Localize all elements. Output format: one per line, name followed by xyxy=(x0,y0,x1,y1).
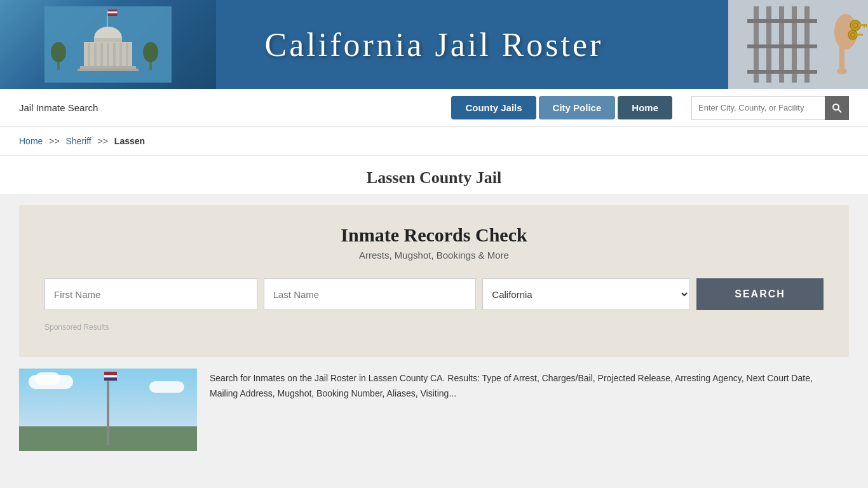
svg-rect-10 xyxy=(107,43,109,67)
svg-rect-26 xyxy=(747,19,817,23)
page-title-section: Lassen County Jail xyxy=(0,156,868,194)
svg-rect-12 xyxy=(119,43,122,67)
search-form-row: California Alabama Alaska Arizona Arkans… xyxy=(44,278,824,310)
svg-rect-14 xyxy=(80,66,136,69)
svg-rect-35 xyxy=(864,24,865,28)
breadcrumb-sheriff[interactable]: Sheriff xyxy=(66,136,92,146)
svg-rect-28 xyxy=(747,70,817,74)
breadcrumb-sep1: >> xyxy=(49,136,59,146)
navbar-brand: Jail Inmate Search xyxy=(19,102,438,113)
first-name-input[interactable] xyxy=(44,278,257,310)
breadcrumb-home[interactable]: Home xyxy=(19,136,43,146)
pole xyxy=(107,381,109,445)
header-title: California Jail Roster xyxy=(265,26,604,64)
header-right-image xyxy=(728,0,868,89)
county-jails-button[interactable]: County Jails xyxy=(451,96,536,119)
search-button[interactable]: SEARCH xyxy=(696,278,824,310)
svg-rect-3 xyxy=(108,11,118,13)
inmate-search-subtitle: Arrests, Mugshot, Bookings & More xyxy=(44,250,824,261)
sponsored-label: Sponsored Results xyxy=(44,323,824,332)
last-name-input[interactable] xyxy=(264,278,477,310)
breadcrumb-current: Lassen xyxy=(114,136,145,146)
svg-point-31 xyxy=(837,68,847,74)
svg-rect-39 xyxy=(855,34,863,36)
svg-point-17 xyxy=(51,42,66,62)
svg-rect-30 xyxy=(839,44,844,70)
nav-search-button[interactable] xyxy=(825,96,849,120)
capitol-illustration xyxy=(44,6,172,83)
header-banner: California Jail Roster xyxy=(0,0,868,89)
page-title: Lassen County Jail xyxy=(0,168,868,187)
search-icon xyxy=(832,103,842,113)
state-select[interactable]: California Alabama Alaska Arizona Arkans… xyxy=(482,278,690,310)
breadcrumb: Home >> Sheriff >> Lassen xyxy=(0,127,868,156)
inmate-search-card: Inmate Records Check Arrests, Mugshot, B… xyxy=(19,205,849,357)
nav-search-input[interactable] xyxy=(691,96,825,120)
svg-rect-36 xyxy=(866,24,867,27)
navbar: Jail Inmate Search County Jails City Pol… xyxy=(0,89,868,127)
home-button[interactable]: Home xyxy=(618,96,672,119)
info-section: Search for Inmates on the Jail Roster in… xyxy=(19,369,849,451)
svg-rect-1 xyxy=(107,10,108,29)
inmate-search-title: Inmate Records Check xyxy=(44,224,824,246)
flag-icon xyxy=(104,372,117,381)
city-police-button[interactable]: City Police xyxy=(539,96,616,119)
svg-rect-34 xyxy=(858,24,867,26)
breadcrumb-sep2: >> xyxy=(98,136,108,146)
nav-search-wrapper xyxy=(691,96,849,120)
header-left-image xyxy=(0,0,216,89)
svg-rect-13 xyxy=(126,43,128,67)
svg-point-19 xyxy=(143,42,158,62)
svg-rect-27 xyxy=(747,44,817,48)
svg-rect-11 xyxy=(113,43,116,67)
cloud-3 xyxy=(149,381,184,393)
svg-rect-5 xyxy=(94,38,122,42)
nav-buttons: County Jails City Police Home xyxy=(451,96,672,119)
svg-rect-9 xyxy=(100,43,103,67)
svg-rect-8 xyxy=(94,43,97,67)
svg-line-41 xyxy=(838,109,841,112)
info-image xyxy=(19,369,197,451)
svg-rect-7 xyxy=(88,43,90,67)
svg-rect-15 xyxy=(78,69,139,71)
cloud-2 xyxy=(35,372,60,385)
info-text: Search for Inmates on the Jail Roster in… xyxy=(197,369,849,404)
